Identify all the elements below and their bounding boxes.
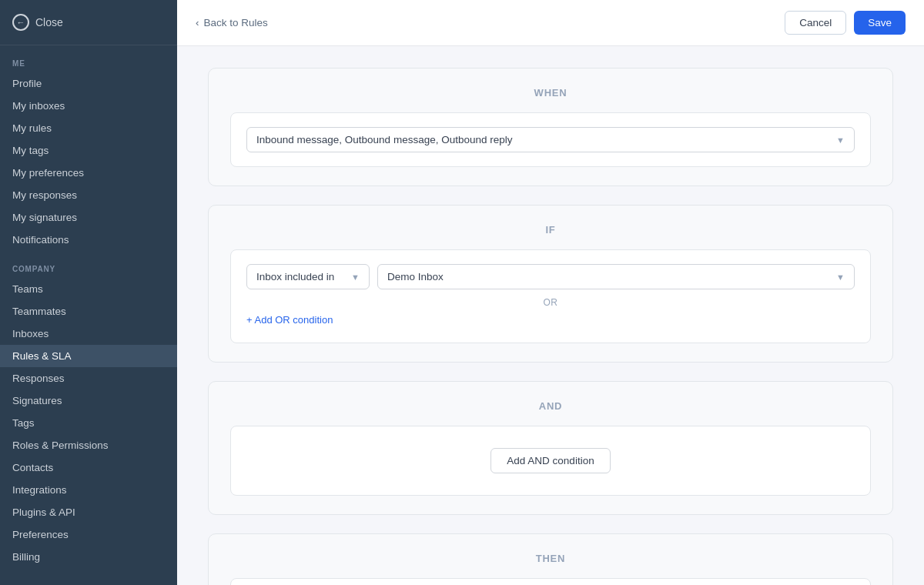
sidebar-item-my-signatures[interactable]: My signatures: [0, 206, 177, 229]
sidebar-item-billing[interactable]: Billing: [0, 546, 177, 568]
when-inner-card: Inbound message, Outbound message, Outbo…: [230, 112, 871, 167]
back-to-rules-link[interactable]: ‹ Back to Rules: [196, 17, 268, 28]
if-inner-card: Inbox included in ▼ Demo Inbox ▼ OR + Ad…: [230, 249, 871, 343]
and-inner-card: Add AND condition: [230, 426, 871, 496]
and-section: AND Add AND condition: [208, 381, 893, 515]
sidebar-item-teams[interactable]: Teams: [0, 278, 177, 300]
company-section-label: COMPANY: [0, 251, 177, 278]
when-chevron-icon: ▼: [836, 135, 845, 145]
when-section: WHEN Inbound message, Outbound message, …: [208, 68, 893, 186]
if-condition-dropdown[interactable]: Inbox included in ▼: [246, 264, 370, 289]
if-condition-chevron-icon: ▼: [351, 272, 360, 282]
sidebar-item-my-rules[interactable]: My rules: [0, 117, 177, 139]
topbar-actions: Cancel Save: [785, 11, 906, 35]
sidebar-item-my-tags[interactable]: My tags: [0, 139, 177, 162]
back-label: Back to Rules: [204, 17, 268, 28]
sidebar-item-profile[interactable]: Profile: [0, 72, 177, 95]
close-button[interactable]: ← Close: [0, 0, 177, 45]
sidebar-item-plugins-api[interactable]: Plugins & API: [0, 501, 177, 523]
when-trigger-dropdown[interactable]: Inbound message, Outbound message, Outbo…: [246, 127, 855, 152]
then-section: THEN Send to a Webhook ▼ https://trends.…: [208, 533, 893, 585]
sidebar-item-notifications[interactable]: Notifications: [0, 229, 177, 251]
rule-editor-content: WHEN Inbound message, Outbound message, …: [177, 46, 924, 585]
if-condition-row: Inbox included in ▼ Demo Inbox ▼: [246, 264, 855, 289]
when-trigger-value: Inbound message, Outbound message, Outbo…: [256, 134, 512, 145]
sidebar-item-my-responses[interactable]: My responses: [0, 184, 177, 206]
then-inner-card: Send to a Webhook ▼ https://trends.chatd…: [230, 578, 871, 585]
when-title: WHEN: [230, 87, 871, 99]
add-and-condition-button[interactable]: Add AND condition: [490, 448, 610, 473]
sidebar-item-inboxes[interactable]: Inboxes: [0, 323, 177, 345]
back-arrow-icon: ‹: [196, 17, 199, 28]
sidebar-item-integrations[interactable]: Integrations: [0, 479, 177, 501]
close-label: Close: [35, 16, 63, 28]
sidebar-item-tags[interactable]: Tags: [0, 412, 177, 434]
if-section: IF Inbox included in ▼ Demo Inbox ▼ OR +…: [208, 205, 893, 363]
sidebar-item-teammates[interactable]: Teammates: [0, 300, 177, 323]
sidebar-item-roles-permissions[interactable]: Roles & Permissions: [0, 434, 177, 456]
or-label: OR: [246, 297, 855, 308]
sidebar: ← Close ME Profile My inboxes My rules M…: [0, 0, 177, 585]
sidebar-item-contacts[interactable]: Contacts: [0, 456, 177, 479]
if-condition-label: Inbox included in: [256, 271, 334, 282]
close-icon: ←: [12, 14, 29, 31]
cancel-button[interactable]: Cancel: [785, 11, 846, 35]
sidebar-item-my-inboxes[interactable]: My inboxes: [0, 95, 177, 117]
sidebar-item-preferences[interactable]: Preferences: [0, 523, 177, 546]
if-inbox-dropdown[interactable]: Demo Inbox ▼: [377, 264, 855, 289]
sidebar-item-signatures[interactable]: Signatures: [0, 389, 177, 412]
add-and-btn-container: Add AND condition: [246, 440, 855, 481]
if-title: IF: [230, 224, 871, 236]
sidebar-item-my-preferences[interactable]: My preferences: [0, 162, 177, 184]
save-button[interactable]: Save: [854, 11, 906, 35]
sidebar-item-rules-sla[interactable]: Rules & SLA: [0, 345, 177, 367]
add-or-condition-link[interactable]: + Add OR condition: [246, 311, 333, 329]
if-inbox-chevron-icon: ▼: [836, 272, 845, 282]
topbar: ‹ Back to Rules Cancel Save: [177, 0, 924, 46]
sidebar-item-responses[interactable]: Responses: [0, 367, 177, 389]
main-area: ‹ Back to Rules Cancel Save WHEN Inbound…: [177, 0, 924, 585]
and-title: AND: [230, 400, 871, 412]
if-inbox-value: Demo Inbox: [387, 271, 444, 282]
me-section-label: ME: [0, 45, 177, 72]
then-title: THEN: [230, 553, 871, 564]
